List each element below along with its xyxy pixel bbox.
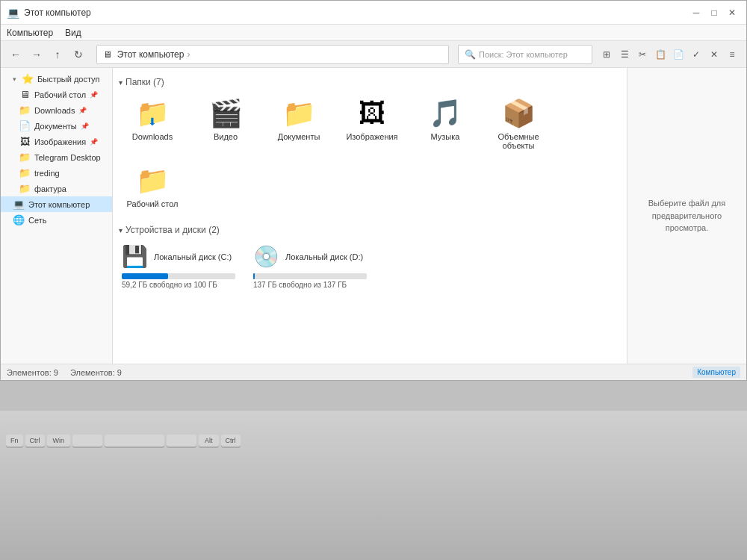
nav-buttons: ← → ↑ ↻	[7, 46, 87, 63]
downloads-pin: 📌	[78, 107, 87, 114]
properties-icon[interactable]: ≡	[724, 46, 740, 63]
sidebar-item-images[interactable]: 🖼 Изображения 📌	[1, 134, 112, 149]
folder-images[interactable]: 🖼 Изображения	[338, 93, 406, 155]
downloads-icon: 📁	[19, 105, 31, 116]
menu-bar: Компьютер Вид	[1, 25, 746, 41]
sidebar-label-images: Изображения	[34, 137, 86, 146]
paste-icon[interactable]: 📄	[670, 46, 686, 63]
sidebar-label-network: Сеть	[28, 216, 46, 225]
drive-d-bar	[253, 273, 255, 279]
this-pc-icon: 💻	[13, 199, 25, 210]
folder-documents-icon: 📁	[282, 98, 316, 129]
folder-desktop[interactable]: 📁 Рабочий стол	[119, 161, 186, 213]
quick-access-arrow: ▾	[13, 75, 16, 83]
folder-downloads-icon: 📁 ⬇	[136, 98, 170, 129]
address-chevron: ›	[187, 49, 190, 60]
folder-documents[interactable]: 📁 Документы	[265, 93, 332, 155]
folder-downloads[interactable]: 📁 ⬇ Downloads	[119, 93, 186, 155]
folder-3d-label: Объемные объекты	[489, 132, 548, 150]
view-large-icon[interactable]: ⊞	[598, 46, 615, 63]
view-list-icon[interactable]: ☰	[616, 46, 633, 63]
folder-3d[interactable]: 📦 Объемные объекты	[485, 93, 552, 155]
folder-3d-icon: 📦	[502, 98, 536, 129]
treding-icon: 📁	[19, 167, 31, 178]
minimize-button[interactable]: ─	[688, 4, 704, 21]
keyboard-area: Fn Ctrl Win Alt Ctrl	[0, 411, 747, 560]
maximize-button[interactable]: □	[706, 4, 722, 21]
folder-documents-label: Документы	[278, 132, 320, 141]
sidebar: ▾ ⭐ Быстрый доступ 🖥 Рабочий стол 📌 📁 Do…	[1, 68, 113, 364]
toolbar: ← → ↑ ↻ 🖥 Этот компьютер › 🔍 Поиск: Этот…	[1, 41, 746, 68]
status-items: Элементов: 9	[7, 368, 58, 377]
menu-view[interactable]: Вид	[65, 28, 81, 38]
documents-icon: 📄	[19, 120, 31, 131]
back-button[interactable]: ←	[7, 46, 25, 63]
sidebar-item-desktop[interactable]: 🖥 Рабочий стол 📌	[1, 87, 112, 102]
images-pin: 📌	[90, 138, 98, 146]
copy-icon[interactable]: 📋	[652, 46, 669, 63]
sidebar-item-network[interactable]: 🌐 Сеть	[1, 212, 112, 228]
folder-video-icon: 🎬	[209, 98, 243, 129]
drive-c[interactable]: 💾 Локальный диск (C:) 59,2 ГБ свободно и…	[119, 241, 238, 292]
folder-music[interactable]: 🎵 Музыка	[412, 93, 479, 155]
folder-desktop-label: Рабочий стол	[126, 199, 178, 208]
drive-d-info: Локальный диск (D:)	[285, 252, 367, 261]
drive-d-icon: 💿	[253, 244, 279, 269]
images-icon: 🖼	[19, 136, 31, 147]
sidebar-label-treding: treding	[34, 169, 60, 178]
cut-icon[interactable]: ✂	[634, 46, 651, 63]
status-selected: Элементов: 9	[70, 368, 122, 377]
address-bar[interactable]: 🖥 Этот компьютер ›	[96, 45, 449, 64]
sidebar-item-faktura[interactable]: 📁 фактура	[1, 181, 112, 196]
window-title: Этот компьютер	[24, 7, 684, 18]
sidebar-item-telegram[interactable]: 📁 Telegram Desktop	[1, 149, 112, 165]
drive-d-header: 💿 Локальный диск (D:)	[253, 244, 367, 269]
folder-desktop-icon: 📁	[136, 165, 170, 196]
sidebar-label-faktura: фактура	[34, 184, 66, 193]
menu-computer[interactable]: Компьютер	[7, 28, 53, 38]
check-icon[interactable]: ✓	[688, 46, 704, 63]
close-button[interactable]: ✕	[724, 4, 740, 21]
up-button[interactable]: ↑	[49, 46, 66, 63]
folders-chevron: ▾	[119, 78, 123, 87]
drive-d[interactable]: 💿 Локальный диск (D:) 137 ГБ свободно из…	[250, 241, 370, 292]
network-icon: 🌐	[13, 214, 25, 225]
forward-button[interactable]: →	[28, 46, 46, 63]
sidebar-label-telegram: Telegram Desktop	[34, 153, 101, 162]
address-text: 🖥	[103, 49, 117, 60]
folder-video[interactable]: 🎬 Видео	[192, 93, 259, 155]
sidebar-item-quick-access[interactable]: ▾ ⭐ Быстрый доступ	[1, 71, 112, 87]
sidebar-item-this-pc[interactable]: 💻 Этот компьютер	[1, 196, 112, 212]
telegram-icon: 📁	[19, 152, 31, 163]
sidebar-label-this-pc: Этот компьютер	[28, 200, 90, 209]
drive-c-info: Локальный диск (C:)	[154, 252, 235, 261]
cancel-icon[interactable]: ✕	[706, 46, 722, 63]
window-controls: ─ □ ✕	[688, 4, 740, 21]
folder-images-label: Изображения	[346, 132, 397, 141]
folders-grid: 📁 ⬇ Downloads 🎬 Видео 📁 Документы	[119, 93, 621, 213]
folder-music-label: Музыка	[431, 132, 460, 141]
sidebar-item-documents[interactable]: 📄 Документы 📌	[1, 118, 112, 134]
drive-c-bar-container	[122, 273, 235, 279]
drive-c-space: 59,2 ГБ свободно из 100 ГБ	[122, 281, 235, 289]
faktura-icon: 📁	[19, 183, 31, 194]
drive-c-name: Локальный диск (C:)	[154, 252, 235, 261]
desktop-icon: 🖥	[19, 89, 31, 100]
sidebar-item-downloads[interactable]: 📁 Downloads 📌	[1, 102, 112, 118]
drives-section-header[interactable]: ▾ Устройства и диски (2)	[119, 225, 621, 235]
refresh-button[interactable]: ↻	[69, 46, 87, 63]
address-path: Этот компьютер	[117, 49, 185, 60]
drive-d-name: Локальный диск (D:)	[285, 252, 367, 261]
search-box[interactable]: 🔍 Поиск: Этот компьютер	[458, 45, 592, 64]
computer-label: Компьютер	[692, 367, 740, 378]
folders-section-label: Папки (7)	[125, 77, 164, 87]
preview-pane: Выберите файл для предварительного просм…	[627, 68, 746, 364]
folder-images-icon: 🖼	[359, 98, 385, 129]
sidebar-label-desktop: Рабочий стол	[34, 90, 86, 99]
sidebar-label-quick-access: Быстрый доступ	[37, 75, 100, 84]
search-placeholder: Поиск: Этот компьютер	[479, 50, 568, 59]
sidebar-item-treding[interactable]: 📁 treding	[1, 165, 112, 181]
folders-section-header[interactable]: ▾ Папки (7)	[119, 77, 621, 87]
search-icon: 🔍	[465, 49, 476, 60]
folder-video-label: Видео	[214, 132, 238, 141]
